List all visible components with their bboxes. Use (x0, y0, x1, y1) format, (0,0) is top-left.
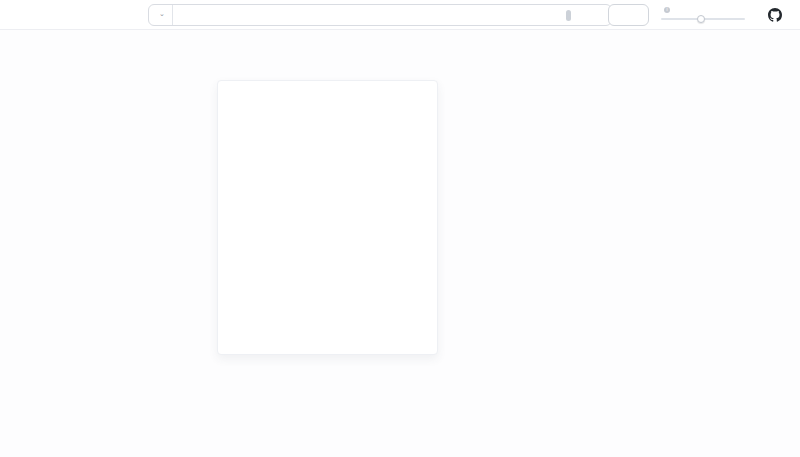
prompt-input-group: ⌄ (148, 4, 612, 26)
visualization-canvas (0, 30, 800, 457)
toolbar: ⌄ i (0, 0, 800, 30)
prompt-input[interactable] (173, 10, 566, 20)
card-lines-layer (218, 81, 439, 356)
chevron-down-icon: ⌄ (159, 10, 165, 18)
temperature-control: i (661, 4, 745, 26)
generate-button[interactable] (608, 4, 649, 26)
temperature-slider-thumb[interactable] (697, 15, 705, 23)
github-icon[interactable] (768, 8, 782, 22)
clear-input-icon[interactable] (566, 10, 571, 21)
info-icon[interactable]: i (664, 7, 670, 13)
example-dropdown[interactable]: ⌄ (149, 5, 173, 25)
attention-head-card (217, 80, 438, 355)
temperature-slider[interactable] (661, 15, 745, 23)
